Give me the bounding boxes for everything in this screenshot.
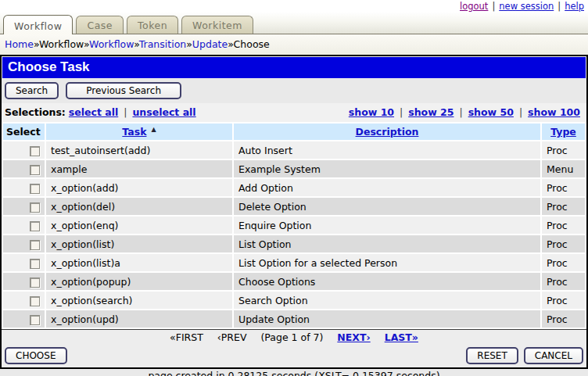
show-50-link[interactable]: show 50: [468, 106, 514, 118]
breadcrumb-update-link[interactable]: Update: [192, 38, 228, 50]
prev-page-disabled: ‹PREV: [217, 331, 247, 343]
row-checkbox[interactable]: [30, 202, 40, 213]
description-cell: Example System: [234, 160, 540, 177]
breadcrumb-separator: »: [84, 38, 89, 50]
last-page-link[interactable]: LAST»: [385, 331, 418, 343]
selections-row: Selections: select all | unselect all sh…: [2, 103, 586, 122]
search-button[interactable]: Search: [5, 82, 59, 99]
description-cell: Enquire Option: [234, 217, 540, 234]
type-sort-link[interactable]: Type: [550, 126, 576, 138]
table-row: x_option(list) List Option Proc: [3, 235, 585, 252]
breadcrumb-home[interactable]: Home: [5, 38, 34, 50]
breadcrumb-separator: »: [228, 38, 233, 50]
type-cell: Proc: [542, 141, 585, 159]
action-button-row: CHOOSE RESET CANCEL: [2, 346, 586, 367]
row-checkbox[interactable]: [30, 240, 40, 250]
table-row: x_option(del) Delete Option Proc: [3, 198, 585, 215]
show-links: show 10 | show 25 | show 50 | show 100: [349, 106, 580, 118]
new-session-link[interactable]: new session: [499, 1, 554, 12]
breadcrumb-separator: »: [34, 38, 39, 50]
select-cell: [3, 179, 45, 196]
choose-button[interactable]: CHOOSE: [5, 347, 67, 364]
breadcrumb-transition-link[interactable]: Transition: [139, 38, 186, 50]
task-cell: x_option(popup): [46, 273, 232, 290]
table-row: x_option(upd) Update Option Proc: [3, 310, 585, 328]
select-cell: [3, 235, 45, 252]
row-checkbox[interactable]: [30, 315, 40, 325]
breadcrumb-workflow-link[interactable]: Workflow: [89, 38, 134, 50]
show-10-link[interactable]: show 10: [349, 106, 394, 118]
breadcrumb-current-choose: Choose: [234, 38, 270, 50]
type-cell: Proc: [542, 217, 585, 234]
cancel-button[interactable]: CANCEL: [524, 347, 583, 364]
type-cell: Proc: [542, 310, 585, 328]
select-column-header: Select: [3, 124, 45, 140]
tab-case[interactable]: Case: [76, 16, 124, 34]
task-cell: x_option(add): [46, 179, 232, 196]
previous-search-button[interactable]: Previous Search: [66, 82, 181, 99]
task-cell: x_option(list)a: [46, 254, 232, 271]
row-checkbox[interactable]: [30, 184, 40, 194]
description-cell: List Option for a selected Person: [234, 254, 540, 271]
row-checkbox[interactable]: [30, 296, 40, 306]
tab-workitem[interactable]: Workitem: [181, 16, 253, 34]
sort-ascending-icon: ▲: [151, 126, 156, 133]
description-column-header: Description: [234, 124, 540, 140]
row-checkbox[interactable]: [30, 259, 40, 269]
type-cell: Proc: [542, 273, 585, 290]
show-25-link[interactable]: show 25: [408, 106, 454, 118]
select-cell: [3, 254, 45, 271]
logout-link[interactable]: logout: [460, 1, 488, 12]
description-cell: Delete Option: [234, 198, 540, 215]
tab-strip: Workflow Case Token Workitem: [0, 12, 588, 34]
breadcrumb-separator: »: [186, 38, 192, 50]
description-sort-link[interactable]: Description: [356, 126, 419, 138]
task-cell: xample: [46, 160, 232, 177]
row-checkbox[interactable]: [30, 165, 40, 175]
description-cell: Choose Options: [234, 273, 540, 290]
divider: |: [121, 106, 129, 118]
show-100-link[interactable]: show 100: [528, 106, 580, 118]
unselect-all-link[interactable]: unselect all: [132, 106, 195, 118]
type-cell: Proc: [542, 179, 585, 196]
task-cell: x_option(search): [46, 292, 232, 309]
row-checkbox[interactable]: [30, 146, 40, 156]
task-cell: x_option(list): [46, 235, 232, 252]
next-page-link[interactable]: NEXT›: [337, 331, 370, 343]
task-cell: x_option(upd): [46, 310, 232, 328]
type-cell: Proc: [542, 254, 585, 271]
divider: |: [517, 106, 525, 118]
select-cell: [3, 217, 45, 234]
select-cell: [3, 141, 45, 159]
breadcrumb-workflow-static: Workflow: [39, 38, 84, 50]
top-link-bar: logout | new session | help: [0, 0, 588, 12]
description-cell: Search Option: [234, 292, 540, 309]
divider: |: [457, 106, 464, 118]
table-row: xample Example System Menu: [3, 160, 585, 177]
select-cell: [3, 160, 45, 177]
search-toolbar: Search Previous Search: [2, 79, 586, 103]
description-cell: Auto Insert: [234, 141, 540, 159]
tab-token[interactable]: Token: [127, 16, 178, 34]
link-separator: |: [558, 1, 561, 12]
table-row: x_option(search) Search Option Proc: [3, 292, 585, 309]
table-row: x_option(popup) Choose Options Proc: [3, 273, 585, 290]
select-all-link[interactable]: select all: [69, 106, 118, 118]
help-link[interactable]: help: [565, 1, 584, 12]
task-sort-link[interactable]: Task: [122, 126, 146, 138]
page-title: Choose Task: [2, 57, 586, 78]
page-timing-footer: page created in 0.28125 seconds (XSLT= 0…: [0, 369, 588, 376]
type-cell: Proc: [542, 235, 585, 252]
description-cell: Update Option: [234, 310, 540, 328]
main-content-box: Choose Task Search Previous Search Selec…: [0, 55, 588, 369]
row-checkbox[interactable]: [30, 221, 40, 231]
pagination: «FIRST ‹PREV (Page 1 of 7) NEXT› LAST»: [2, 330, 586, 346]
task-cell: x_option(del): [46, 198, 232, 215]
table-row: x_option(add) Add Option Proc: [3, 179, 585, 196]
link-separator: |: [492, 1, 495, 12]
reset-button[interactable]: RESET: [466, 347, 518, 364]
row-checkbox[interactable]: [30, 278, 40, 288]
tab-workflow[interactable]: Workflow: [3, 15, 73, 34]
task-column-header: Task▲: [46, 124, 232, 140]
type-cell: Proc: [542, 292, 585, 309]
